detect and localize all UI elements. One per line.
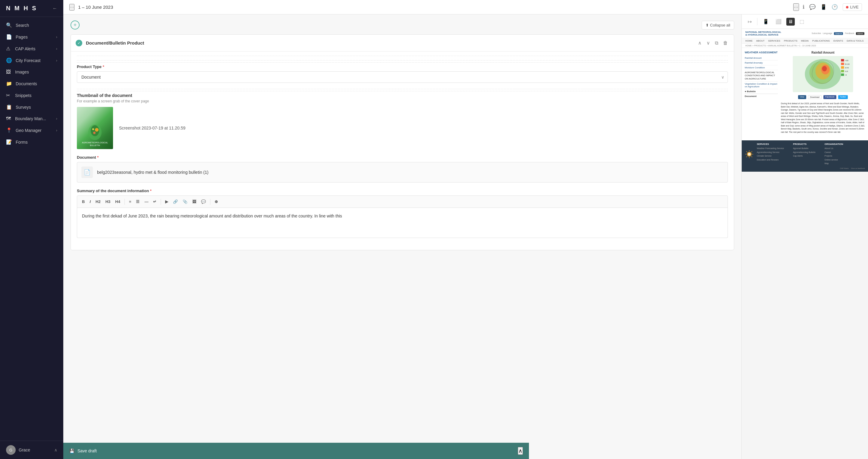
sidebar-item-pages[interactable]: 📄 Pages › xyxy=(0,31,63,43)
cap-alerts-arrow-icon: › xyxy=(56,47,57,51)
city-forecast-arrow-icon: › xyxy=(56,59,57,63)
rte-h4-button[interactable]: H4 xyxy=(113,198,122,205)
rte-more-button[interactable]: ⊕ xyxy=(213,198,220,205)
svg-text:20-50: 20-50 xyxy=(845,67,849,69)
menu-rainfall-anomaly[interactable]: Rainfall Anomaly xyxy=(745,61,778,65)
summary-field: Summary of the document information * B … xyxy=(77,189,728,238)
sidebar-toggle-button[interactable]: ← xyxy=(53,6,57,11)
sidebar-item-documents[interactable]: 📁 Documents xyxy=(0,78,63,90)
preview-desktop-button[interactable]: 🖥 xyxy=(786,18,795,26)
images-icon: 🖼 xyxy=(6,69,11,75)
section-collapse-down-button[interactable]: ∨ xyxy=(705,39,711,47)
menu-moisture-condition[interactable]: Moisture Condition xyxy=(745,65,778,70)
preview-right-col: Rainfall Amount xyxy=(781,51,865,135)
svg-text:>100: >100 xyxy=(845,60,848,61)
main-wrapper: ··· 1 – 10 June 2023 ··· ℹ 💬 📱 🕐 LIVE + … xyxy=(63,0,868,459)
preview-tablet-button[interactable]: ⬜ xyxy=(774,18,783,26)
rte-ordered-list-button[interactable]: ≡ xyxy=(127,198,133,205)
section-header: ✓ Document/Bulletin Product ∧ ∨ ⧉ 🗑 xyxy=(71,35,734,52)
rte-h3-button[interactable]: H3 xyxy=(104,198,113,205)
preview-header-actions: Subscribe Language Search Feedback Admin xyxy=(812,32,864,35)
topbar-more-button[interactable]: ··· xyxy=(793,3,799,11)
svg-rect-14 xyxy=(841,70,844,72)
menu-agrometeorological[interactable]: AGROMETEOROLOGICAL CONDITIONS AND IMPACT… xyxy=(745,70,778,81)
sidebar-item-images[interactable]: 🖼 Images xyxy=(0,66,63,78)
sidebar-item-snippets[interactable]: ✂ Snippets xyxy=(0,90,63,101)
collapse-all-button[interactable]: ⬆ Collapse all xyxy=(702,21,734,30)
info-icon[interactable]: ℹ xyxy=(803,4,804,10)
preview-expand-button[interactable]: ↦ xyxy=(746,18,753,26)
preview-twitter-btn[interactable]: Twitter xyxy=(838,95,848,99)
svg-point-10 xyxy=(822,66,827,71)
document-bulletin-section: ✓ Document/Bulletin Product ∧ ∨ ⧉ 🗑 xyxy=(70,34,734,250)
svg-point-4 xyxy=(92,128,94,130)
section-collapse-up-button[interactable]: ∧ xyxy=(697,39,703,47)
live-button[interactable]: LIVE xyxy=(843,3,862,11)
sidebar-item-forms[interactable]: 📝 Forms xyxy=(0,136,63,148)
rte-image-button[interactable]: 🖼 xyxy=(190,198,198,205)
preview-facebook-btn[interactable]: Facebook xyxy=(824,95,836,99)
rte-hr-button[interactable]: — xyxy=(143,198,150,205)
footer-cap-alerts-link[interactable]: CAP Alerts xyxy=(840,167,849,169)
svg-text:<5: <5 xyxy=(845,74,847,76)
rte-return-button[interactable]: ↵ xyxy=(151,198,158,205)
user-name: Grace xyxy=(19,448,51,452)
menu-document[interactable]: Document xyxy=(745,94,778,98)
cap-alerts-icon: ⚠ xyxy=(6,46,11,52)
preview-two-col: WEATHER ASSESSMENT Rainfall Amount Rainf… xyxy=(745,51,865,135)
sidebar-item-geo-manager[interactable]: 📍 Geo Manager › xyxy=(0,124,63,136)
preview-org-name: NATIONAL METEOROLOGICAL& HYDROLOGICAL SE… xyxy=(745,31,781,36)
rte-italic-button[interactable]: I xyxy=(88,198,93,205)
rte-content-area[interactable]: During the first dekad of June 2023, the… xyxy=(77,208,728,238)
sidebar-item-city-forecast[interactable]: 🌐 City Forecast › xyxy=(0,55,63,66)
chat-icon[interactable]: 💬 xyxy=(809,4,815,10)
svg-rect-11 xyxy=(841,59,844,61)
user-profile[interactable]: G Grace ∧ xyxy=(0,440,63,459)
forms-icon: 📝 xyxy=(6,139,12,145)
rte-link-button[interactable]: 🔗 xyxy=(171,198,180,205)
mobile-preview-icon[interactable]: 📱 xyxy=(820,4,827,10)
save-bar: 💾 Save draft ∧ xyxy=(63,443,529,459)
product-type-select[interactable]: Document Bulletin Report xyxy=(77,71,728,83)
save-bar-left: 💾 Save draft xyxy=(69,449,97,453)
save-bar-expand-button[interactable]: ∧ xyxy=(518,447,523,455)
preview-download-btn[interactable]: Download xyxy=(808,95,822,99)
rte-unordered-list-button[interactable]: ☰ xyxy=(134,198,141,205)
footer-feedback-link[interactable]: Give us feedback xyxy=(851,167,865,169)
preview-fullscreen-button[interactable]: ⬚ xyxy=(798,18,806,26)
documents-icon: 📁 xyxy=(6,81,12,87)
preview-website-card: NATIONAL METEOROLOGICAL& HYDROLOGICAL SE… xyxy=(742,29,868,172)
footer-products-col: PRODUCTS Agromet Bulletin Agrometeorolog… xyxy=(793,143,815,166)
topbar-back-button[interactable]: ··· xyxy=(69,4,74,10)
history-icon[interactable]: 🕐 xyxy=(832,4,838,10)
svg-line-29 xyxy=(752,151,752,152)
add-block-button[interactable]: + xyxy=(70,21,80,30)
product-type-select-wrapper: Document Bulletin Report ∨ xyxy=(77,71,728,83)
avatar: G xyxy=(6,445,16,455)
preview-footer: SERVICES Weather Forecasting Service Agr… xyxy=(742,140,868,172)
rte-h2-button[interactable]: H2 xyxy=(94,198,102,205)
preview-mobile-button[interactable]: 📱 xyxy=(761,18,771,26)
thumbnail-image[interactable]: AGROMETEOROLOGICAL BULLETIN xyxy=(77,107,113,149)
svg-point-3 xyxy=(93,132,96,134)
menu-vegetation[interactable]: Vegetation Condition & Impact on Agricul… xyxy=(745,81,778,89)
sidebar-item-boundary-man[interactable]: 🗺 Boundary Man... › xyxy=(0,113,63,124)
preview-view-btn[interactable]: View xyxy=(798,95,806,99)
section-delete-button[interactable]: 🗑 xyxy=(722,39,729,47)
rte-bold-button[interactable]: B xyxy=(80,198,87,205)
menu-rainfall-amount[interactable]: Rainfall Amount xyxy=(745,56,778,61)
doc-cover-overlay-text: AGROMETEOROLOGICAL BULLETIN xyxy=(79,141,111,147)
boundary-arrow-icon: › xyxy=(56,117,57,121)
thumbnail-filename: Screenshot 2023-07-19 at 11.20.59 xyxy=(119,125,185,131)
section-copy-button[interactable]: ⧉ xyxy=(714,39,719,47)
rte-comment-button[interactable]: 💬 xyxy=(199,198,208,205)
menu-bulletin[interactable]: ● Bulletin xyxy=(745,89,778,94)
footer-bottom-links: CAP Alerts Give us feedback xyxy=(745,167,865,169)
preview-left-menu: WEATHER ASSESSMENT Rainfall Amount Rainf… xyxy=(745,51,778,135)
sidebar-item-search[interactable]: 🔍 Search xyxy=(0,19,63,31)
rte-file-button[interactable]: 📎 xyxy=(181,198,189,205)
rte-separator-1 xyxy=(124,199,125,205)
sidebar-item-surveys[interactable]: 📋 Surveys xyxy=(0,101,63,113)
sidebar-item-cap-alerts[interactable]: ⚠ CAP Alerts › xyxy=(0,43,63,55)
rte-play-button[interactable]: ▶ xyxy=(163,198,170,205)
